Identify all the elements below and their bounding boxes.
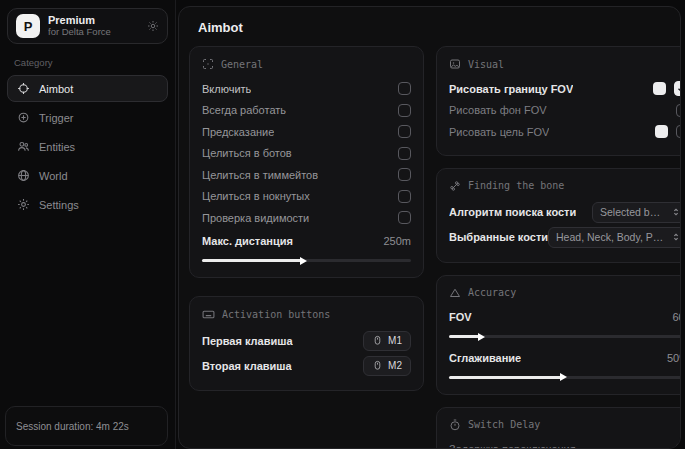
panel-switch-delay: Switch Delay Задержка переключения Задер… xyxy=(436,407,681,449)
panel-title: General xyxy=(221,59,263,70)
select-label: Алгоритм поиска кости xyxy=(449,206,576,218)
checkbox-draw-fov-border[interactable] xyxy=(674,81,681,96)
brand-title: Premium xyxy=(48,14,139,27)
triangle-icon xyxy=(449,287,461,299)
checkbox-always-work[interactable] xyxy=(398,104,411,117)
checkbox-draw-fov-background[interactable] xyxy=(676,104,681,117)
checkbox-visibility-check[interactable] xyxy=(398,211,411,224)
checkbox-draw-fov-target[interactable] xyxy=(676,125,681,138)
keybind-second-key[interactable]: M2 xyxy=(363,356,411,376)
panel-title: Visual xyxy=(468,59,504,70)
panel-general: General Включить Всегда работать Предска… xyxy=(189,46,424,278)
sidebar-item-label: Trigger xyxy=(39,112,73,124)
panel-accuracy: Accuracy FOV 60° Сглаживание 50% xyxy=(436,275,681,395)
toggle-label: Целиться в ботов xyxy=(202,147,292,159)
panel-activation-buttons: Activation buttons Первая клавиша M1 Вто… xyxy=(189,296,424,391)
slider-thumb[interactable] xyxy=(560,373,567,381)
category-label: Category xyxy=(14,57,168,68)
sidebar-item-world[interactable]: World xyxy=(7,162,168,189)
brand-subtitle: for Delta Force xyxy=(48,27,139,38)
slider-value: 250m xyxy=(383,235,411,247)
users-icon xyxy=(17,140,30,153)
checkbox-prediction[interactable] xyxy=(398,125,411,138)
image-icon xyxy=(449,58,461,70)
select-label: Выбранные кости xyxy=(449,231,548,243)
toggle-label: Рисовать границу FOV xyxy=(449,83,573,95)
mouse-icon xyxy=(372,360,383,371)
bone-algorithm-select[interactable]: Selected bone xyxy=(592,202,681,223)
scan-icon xyxy=(202,58,214,70)
slider-label: Сглаживание xyxy=(449,352,521,364)
toggle-label: Всегда работать xyxy=(202,104,286,116)
panel-title: Switch Delay xyxy=(468,419,540,430)
sidebar: P Premium for Delta Force Category Aimbo… xyxy=(0,0,176,449)
slider-value: 50% xyxy=(667,352,681,364)
toggle-label: Предсказание xyxy=(202,126,274,138)
max-distance-slider[interactable] xyxy=(202,256,411,265)
toggle-label: Включить xyxy=(202,83,251,95)
panel-title: Accuracy xyxy=(468,287,516,298)
keybind-first-key[interactable]: M1 xyxy=(363,331,411,351)
check-icon xyxy=(677,84,681,93)
slider-value: 60° xyxy=(672,311,681,323)
panel-title: Activation buttons xyxy=(222,309,330,320)
panel-finding-the-bone: Finding the bone Алгоритм поиска кости S… xyxy=(436,168,681,263)
checkbox-switch-delay[interactable] xyxy=(676,443,681,449)
main-content: Aimbot General Включить Всегда работать … xyxy=(178,6,681,449)
sidebar-nav: Aimbot Trigger Entities World Settings xyxy=(7,75,168,218)
sidebar-item-label: Entities xyxy=(39,141,75,153)
sidebar-item-aimbot[interactable]: Aimbot xyxy=(7,75,168,102)
sidebar-item-label: Settings xyxy=(39,199,79,211)
slider-label: FOV xyxy=(449,311,472,323)
toggle-label: Задержка переключения xyxy=(449,443,576,449)
color-swatch[interactable] xyxy=(655,125,668,138)
toggle-label: Рисовать цель FOV xyxy=(449,126,549,138)
page-title: Aimbot xyxy=(189,7,670,46)
color-swatch[interactable] xyxy=(653,82,666,95)
sidebar-item-entities[interactable]: Entities xyxy=(7,133,168,160)
smoothing-slider[interactable] xyxy=(449,373,681,382)
globe-icon xyxy=(17,169,30,182)
checkbox-target-teammates[interactable] xyxy=(398,168,411,181)
checkbox-target-knocked[interactable] xyxy=(398,190,411,203)
slider-thumb[interactable] xyxy=(300,257,307,265)
bone-icon xyxy=(449,180,461,192)
fov-slider[interactable] xyxy=(449,332,681,341)
toggle-label: Рисовать фон FOV xyxy=(449,104,547,116)
gear-icon xyxy=(17,198,30,211)
brand-card: P Premium for Delta Force xyxy=(7,8,168,44)
slider-thumb[interactable] xyxy=(478,333,485,341)
keybind-label: Первая клавиша xyxy=(202,335,293,347)
checkbox-target-bots[interactable] xyxy=(398,147,411,160)
timer-icon xyxy=(449,419,461,431)
chevrons-up-down-icon xyxy=(671,232,681,242)
checkbox-enable[interactable] xyxy=(398,82,411,95)
sidebar-item-settings[interactable]: Settings xyxy=(7,191,168,218)
crosshair-icon xyxy=(17,82,30,95)
panel-visual: Visual Рисовать границу FOV Рисовать фон… xyxy=(436,46,681,156)
toggle-label: Целиться в нокнутых xyxy=(202,190,310,202)
mouse-icon xyxy=(372,335,383,346)
toggle-label: Целиться в тиммейтов xyxy=(202,169,318,181)
chevrons-up-down-icon xyxy=(671,207,681,217)
keyboard-icon xyxy=(202,308,215,321)
session-duration: Session duration: 4m 22s xyxy=(5,406,168,446)
slider-label: Макс. дистанция xyxy=(202,235,293,247)
trigger-icon xyxy=(17,111,30,124)
sidebar-item-label: World xyxy=(39,170,68,182)
selected-bones-select[interactable]: Head, Neck, Body, Pe... xyxy=(548,227,681,248)
sidebar-item-label: Aimbot xyxy=(39,83,73,95)
sidebar-item-trigger[interactable]: Trigger xyxy=(7,104,168,131)
brand-logo: P xyxy=(16,14,40,38)
toggle-label: Проверка видимости xyxy=(202,212,309,224)
gear-icon[interactable] xyxy=(147,20,159,32)
panel-title: Finding the bone xyxy=(468,180,564,191)
keybind-label: Вторая клавиша xyxy=(202,360,292,372)
